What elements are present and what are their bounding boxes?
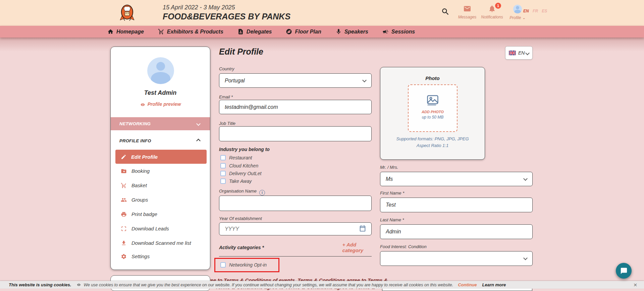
cookie-continue-button[interactable]: Continue bbox=[458, 282, 477, 287]
photo-panel-title: Photo bbox=[380, 75, 485, 81]
profile-avatar-icon bbox=[513, 5, 522, 13]
top-header: 15 April 2022 - 3 May 2025 FOOD&BEVERAGE… bbox=[0, 0, 644, 26]
sidebar-item-booking[interactable]: Booking bbox=[111, 164, 210, 178]
checkbox-take-away[interactable] bbox=[220, 178, 226, 184]
last-name-label: Last Name * bbox=[380, 217, 533, 222]
sidebar-item-download-scanned[interactable]: Download Scanned me list bbox=[111, 236, 210, 250]
gear-icon bbox=[121, 253, 127, 260]
notifications-button[interactable]: 1 Notifications bbox=[480, 5, 504, 19]
food-interest-select[interactable] bbox=[380, 251, 533, 266]
lang-en[interactable]: EN bbox=[523, 9, 529, 13]
profile-preview-link[interactable]: Profile preview bbox=[111, 101, 210, 107]
lang-es[interactable]: ES bbox=[542, 9, 547, 13]
country-label: Country bbox=[219, 66, 372, 71]
cookie-learn-more-link[interactable]: Learn more bbox=[482, 282, 506, 287]
chat-widget-button[interactable] bbox=[616, 263, 632, 279]
image-icon bbox=[425, 94, 440, 106]
uk-flag-icon bbox=[509, 51, 516, 55]
header-language-switcher: EN FR ES bbox=[523, 9, 550, 13]
info-icon[interactable]: i bbox=[259, 190, 265, 196]
checkbox-restaurant[interactable] bbox=[220, 155, 226, 160]
printer-icon bbox=[121, 211, 127, 217]
event-dates: 15 April 2022 - 3 May 2025 bbox=[163, 4, 235, 11]
sidebar-item-print-badge[interactable]: Print badge bbox=[111, 207, 210, 221]
email-label: Email * bbox=[219, 94, 372, 99]
sidebar-item-download-leads[interactable]: Download Leads bbox=[111, 221, 210, 236]
profile-sidebar-card: Test Admin Profile preview NETWORKING PR… bbox=[110, 47, 210, 270]
sidebar-item-settings[interactable]: Settings bbox=[111, 249, 210, 264]
lang-fr[interactable]: FR bbox=[533, 9, 538, 13]
scan-corners-icon bbox=[121, 226, 127, 232]
home-icon bbox=[107, 28, 114, 35]
pencil-icon bbox=[121, 154, 126, 160]
first-name-label: First Name * bbox=[380, 191, 533, 196]
nav-item-homepage[interactable]: Homepage bbox=[107, 28, 144, 35]
photo-panel: Photo ADD PHOTO up to 50 MB Supported fo… bbox=[380, 67, 485, 160]
job-title-label: Job Title bbox=[219, 121, 372, 126]
sidebar-section-networking[interactable]: NETWORKING bbox=[111, 117, 210, 130]
notifications-label: Notifications bbox=[480, 15, 504, 19]
calendar-icon[interactable] bbox=[359, 225, 366, 232]
first-name-field[interactable] bbox=[380, 198, 533, 212]
content-language-select[interactable]: EN bbox=[505, 46, 533, 60]
year-label: Year Of establishment bbox=[219, 216, 372, 221]
checkbox-cloud-kitchen[interactable] bbox=[220, 163, 226, 168]
megaphone-icon bbox=[382, 28, 389, 35]
nav-item-delegates[interactable]: Delegates bbox=[237, 28, 272, 35]
search-icon[interactable] bbox=[441, 7, 450, 16]
messages-label: Messages bbox=[455, 15, 479, 19]
microphone-icon bbox=[335, 28, 342, 35]
compass-icon bbox=[286, 28, 292, 35]
content-language-value: EN bbox=[518, 50, 525, 56]
nav-item-sessions[interactable]: Sessions bbox=[382, 28, 415, 35]
cookie-banner-title: This website is using cookies. bbox=[9, 282, 71, 287]
user-avatar bbox=[147, 57, 174, 84]
close-icon[interactable]: ✕ bbox=[633, 282, 637, 288]
add-photo-label: ADD PHOTO bbox=[409, 110, 457, 114]
photo-size-hint: up to 50 MB bbox=[409, 115, 457, 120]
sidebar-item-groups[interactable]: Groups bbox=[111, 193, 210, 207]
activity-categories-row: Activity categories * + Add category bbox=[219, 242, 372, 253]
page-title: Edit Profile bbox=[219, 47, 263, 57]
profile-label: Profile ⌄ bbox=[506, 15, 529, 20]
industry-option-take-away: Take Away bbox=[220, 178, 252, 184]
event-title: FOOD&BEVERAGES BY PANKS bbox=[163, 12, 290, 21]
email-field[interactable] bbox=[219, 100, 372, 114]
cart-icon bbox=[158, 28, 164, 35]
sidebar-item-basket[interactable]: Basket bbox=[111, 178, 210, 193]
add-category-button[interactable]: + Add category bbox=[342, 242, 372, 253]
country-select[interactable]: Portugal bbox=[219, 73, 372, 88]
event-logo bbox=[119, 4, 135, 22]
activity-divider bbox=[219, 256, 372, 257]
cookie-banner-text: We use cookies to ensure that we give yo… bbox=[84, 283, 453, 287]
app-root: 15 April 2022 - 3 May 2025 FOOD&BEVERAGE… bbox=[0, 0, 644, 291]
chevron-down-icon bbox=[523, 176, 528, 181]
nav-shadow bbox=[0, 38, 644, 52]
sidebar-section-profile-info[interactable]: PROFILE INFO bbox=[111, 134, 210, 147]
messages-button[interactable]: Messages bbox=[455, 5, 479, 19]
photo-upload-dropzone[interactable]: ADD PHOTO up to 50 MB bbox=[408, 84, 458, 132]
nav-item-floor-plan[interactable]: Floor Plan bbox=[286, 28, 321, 35]
cookie-banner: This website is using cookies. We use co… bbox=[0, 281, 644, 289]
networking-opt-in-row: Networking Opt-in bbox=[220, 262, 267, 268]
nav-item-speakers[interactable]: Speakers bbox=[335, 28, 368, 35]
chevron-down-icon bbox=[362, 78, 367, 82]
activity-label: Activity categories * bbox=[219, 245, 342, 250]
chevron-down-icon bbox=[523, 256, 528, 260]
organisation-field[interactable] bbox=[219, 196, 372, 211]
notification-count-badge: 1 bbox=[495, 3, 501, 9]
photo-formats-hint: Supported formats: PNG, JPG, JPEG bbox=[380, 136, 485, 141]
industry-option-delivery-outlet: Delivery OutLet bbox=[220, 171, 261, 176]
checkbox-delivery-outlet[interactable] bbox=[220, 171, 226, 176]
eye-icon bbox=[76, 283, 81, 287]
job-title-field[interactable] bbox=[219, 126, 372, 141]
nav-item-exhibitors-products[interactable]: Exhibitors & Products bbox=[158, 28, 223, 35]
year-field[interactable] bbox=[219, 222, 372, 235]
last-name-field[interactable] bbox=[380, 224, 533, 239]
basket-cart-icon bbox=[121, 183, 127, 189]
checkbox-networking-opt-in[interactable] bbox=[220, 262, 226, 268]
sidebar-item-edit-profile[interactable]: Edit Profile bbox=[115, 150, 207, 164]
salutation-select[interactable]: Ms bbox=[380, 172, 533, 186]
chevron-up-icon bbox=[196, 139, 201, 143]
industry-option-restaurant: Restaurant bbox=[220, 155, 252, 160]
